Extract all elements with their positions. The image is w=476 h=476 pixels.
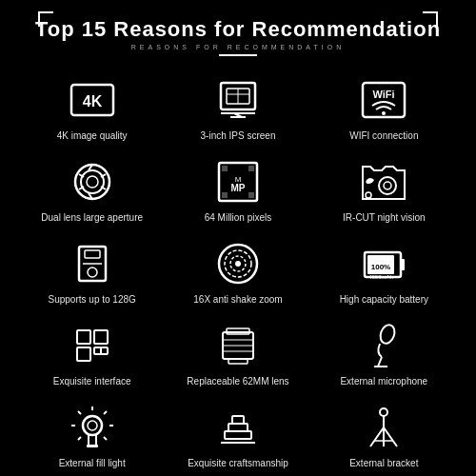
ips-icon	[213, 75, 263, 125]
filllight-icon	[68, 403, 117, 452]
svg-line-63	[104, 437, 107, 440]
svg-rect-71	[228, 424, 248, 431]
feature-filllight: External fill light	[19, 393, 165, 475]
svg-rect-46	[77, 347, 90, 361]
svg-point-29	[384, 182, 391, 189]
feature-microphone: External microphone	[311, 311, 457, 393]
svg-point-58	[83, 416, 102, 435]
page-subtitle: REASONS FOR RECOMMENDATION	[0, 44, 476, 50]
svg-rect-72	[232, 416, 244, 424]
feature-interface-label: Exquisite interface	[53, 375, 131, 387]
feature-128g: Supports up to 128G	[19, 229, 165, 311]
feature-craftsmanship: Exquisite craftsmanship	[165, 393, 310, 475]
feature-craftsmanship-label: Exquisite craftsmanship	[188, 457, 288, 469]
feature-62mm: Replaceable 62MM lens	[165, 311, 310, 393]
svg-point-74	[380, 408, 387, 416]
svg-rect-47	[94, 347, 101, 354]
corner-tr-decoration	[423, 11, 438, 27]
craftsmanship-icon	[213, 403, 263, 452]
svg-rect-40	[401, 259, 405, 270]
battery-icon: 100% 4800mAh	[359, 239, 408, 288]
feature-battery-label: High capacity battery	[340, 293, 428, 306]
page-title: Top 15 Reasons for Recommendation	[0, 17, 476, 42]
svg-line-61	[104, 411, 107, 414]
features-grid: 4K 4K image quality 3-inch IPS screen Wi…	[19, 66, 457, 475]
feature-4k: 4K 4K image quality	[19, 66, 165, 148]
svg-point-59	[88, 421, 97, 430]
ircut-icon	[359, 157, 408, 207]
svg-rect-69	[87, 445, 98, 447]
feature-antishake-label: 16X anti shake zoom	[193, 293, 282, 306]
feature-62mm-label: Replaceable 62MM lens	[187, 375, 288, 387]
dual-lens-icon	[68, 157, 117, 207]
svg-line-77	[384, 427, 397, 446]
feature-dual-lens-label: Dual lens large aperture	[41, 211, 143, 224]
svg-rect-32	[85, 250, 100, 258]
mp-icon: M MP	[213, 157, 263, 207]
interface-icon	[68, 321, 117, 370]
feature-4k-label: 4K image quality	[57, 129, 128, 142]
svg-text:4K: 4K	[82, 93, 102, 109]
feature-battery: 100% 4800mAh High capacity battery	[311, 229, 457, 311]
page-header: Top 15 Reasons for Recommendation REASON…	[0, 0, 476, 66]
feature-ips-label: 3-inch IPS screen	[201, 129, 276, 142]
svg-text:WiFi: WiFi	[373, 89, 395, 100]
svg-line-66	[78, 411, 81, 414]
svg-rect-45	[94, 330, 108, 344]
feature-filllight-label: External fill light	[59, 457, 126, 469]
128g-icon	[68, 239, 117, 288]
feature-bracket-label: External bracket	[349, 457, 418, 469]
svg-point-33	[88, 268, 97, 277]
svg-rect-44	[77, 330, 90, 344]
feature-mp: M MP 64 Million pixels	[165, 148, 310, 229]
feature-antishake: 16X anti shake zoom	[165, 229, 310, 311]
svg-line-76	[370, 427, 384, 446]
svg-rect-48	[101, 347, 108, 354]
header-divider	[219, 54, 257, 56]
feature-ips: 3-inch IPS screen	[165, 66, 310, 148]
4k-icon: 4K	[68, 75, 117, 125]
svg-point-13	[81, 170, 104, 193]
feature-bracket: External bracket	[311, 393, 457, 475]
svg-rect-27	[248, 192, 254, 198]
svg-rect-25	[248, 166, 254, 171]
svg-line-56	[378, 357, 382, 367]
feature-mp-label: 64 Million pixels	[205, 211, 272, 224]
feature-128g-label: Supports up to 128G	[49, 293, 136, 306]
svg-point-55	[378, 323, 397, 346]
feature-ircut: IR-CUT night vision	[311, 148, 457, 229]
feature-dual-lens: Dual lens large aperture	[19, 148, 165, 229]
wifi-icon: WiFi	[359, 75, 408, 125]
svg-rect-51	[228, 359, 248, 364]
svg-point-28	[379, 177, 396, 194]
feature-interface: Exquisite interface	[19, 311, 165, 393]
feature-ircut-label: IR-CUT night vision	[343, 211, 426, 224]
corner-tl-decoration	[38, 11, 53, 27]
svg-point-30	[366, 192, 371, 198]
feature-microphone-label: External microphone	[340, 375, 427, 387]
feature-wifi: WiFi WIFI connection	[311, 66, 457, 148]
bracket-icon	[359, 403, 408, 452]
microphone-icon	[359, 321, 408, 370]
svg-point-11	[382, 111, 386, 115]
svg-text:4800mAh: 4800mAh	[368, 274, 393, 280]
antishake-icon	[213, 239, 263, 288]
svg-point-38	[235, 261, 241, 267]
62mm-icon	[213, 321, 263, 370]
svg-text:MP: MP	[230, 183, 245, 193]
svg-line-64	[78, 437, 81, 440]
svg-rect-70	[225, 431, 251, 439]
svg-text:100%: 100%	[371, 263, 390, 271]
svg-rect-24	[222, 166, 228, 171]
feature-wifi-label: WIFI connection	[349, 129, 418, 142]
svg-rect-26	[222, 192, 228, 198]
svg-point-14	[87, 176, 98, 188]
